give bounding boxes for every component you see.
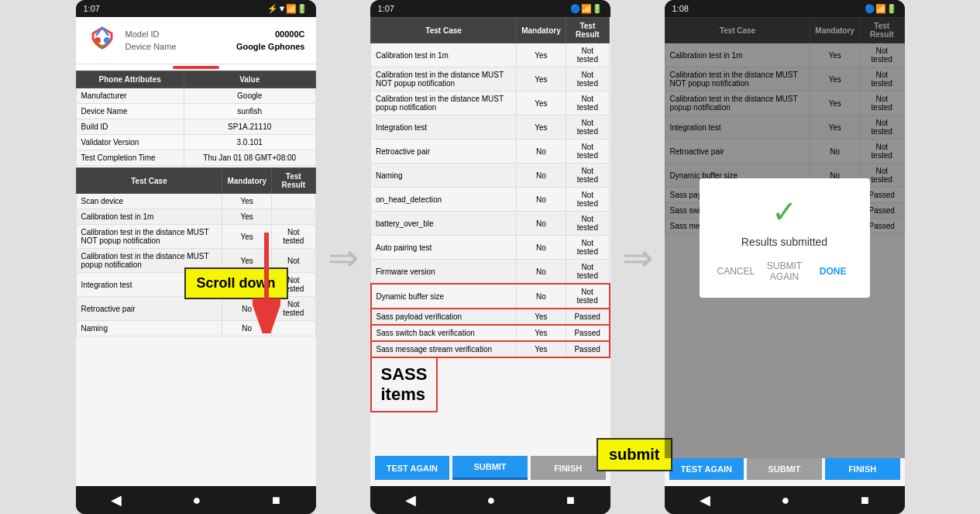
table-row: Scan deviceYes xyxy=(76,194,315,209)
model-id-value: 00000C xyxy=(275,29,305,39)
test-table-1: Test Case Mandatory Test Result Scan dev… xyxy=(76,167,316,336)
table-row: ManufacturerGoogle xyxy=(76,88,315,104)
square-button-2[interactable]: ■ xyxy=(566,492,575,509)
sass-row-3: Sass message stream verificationYesPasse… xyxy=(371,341,610,357)
home-button-2[interactable]: ● xyxy=(487,492,496,509)
status-icons-1: ⚡▼📶🔋 xyxy=(267,4,308,14)
device-name-label: Device Name xyxy=(126,42,177,51)
submit-button-2[interactable]: SUBMIT xyxy=(452,456,528,480)
dialog-buttons: CANCEL SUBMIT AGAIN DONE xyxy=(715,260,854,282)
phone-1: 1:07 ⚡▼📶🔋 Model ID 00000C xyxy=(76,0,316,514)
table-row: NamingNoNot tested xyxy=(371,164,610,188)
phone-content-3: Test Case Mandatory Test Result Calibrat… xyxy=(665,17,905,486)
table-row: Calibration test in the distance MUST po… xyxy=(371,91,610,116)
status-bar-3: 1:08 🔵📶🔋 xyxy=(665,0,905,17)
arrow-icon-2: ⇒ xyxy=(622,236,653,279)
arrow-1: ⇒ xyxy=(316,0,370,514)
back-button-2[interactable]: ◀ xyxy=(405,492,416,509)
table-row: Calibration test in 1mYesNot tested xyxy=(371,43,610,67)
test-again-button-3[interactable]: TEST AGAIN xyxy=(669,458,744,480)
time-3: 1:08 xyxy=(672,4,689,13)
svg-point-1 xyxy=(104,37,110,43)
test-again-button-2[interactable]: TEST AGAIN xyxy=(375,456,450,480)
status-bar-1: 1:07 ⚡▼📶🔋 xyxy=(76,0,316,17)
signal-icon-1: ⚡▼📶🔋 xyxy=(267,4,308,14)
model-id-label: Model ID xyxy=(126,29,160,39)
table-row: NamingNo xyxy=(76,321,315,336)
table-row: Validator Version3.0.101 xyxy=(76,135,315,150)
table-row: Retroactive pairNoNot tested xyxy=(371,140,610,164)
check-icon: ✓ xyxy=(715,194,854,229)
bottom-nav-1: ◀ ● ■ xyxy=(76,486,316,514)
sass-row-2: Sass switch back verificationYesPassed xyxy=(371,325,610,341)
test2-col-2: Mandatory xyxy=(517,18,566,43)
home-button-1[interactable]: ● xyxy=(193,492,201,509)
table-row: Calibration test in the distance MUST NO… xyxy=(76,225,315,249)
table-row: Calibration test in the distance MUST po… xyxy=(76,249,315,273)
table-row: Calibration test in the distance MUST NO… xyxy=(371,67,610,91)
signal-icon-2: 🔵📶🔋 xyxy=(570,4,603,14)
table-row: Retroactive pairNoNot tested xyxy=(76,297,315,321)
device-logo-icon xyxy=(87,25,118,56)
svg-point-0 xyxy=(95,37,101,43)
status-icons-2: 🔵📶🔋 xyxy=(570,4,603,14)
phone-content-1: Model ID 00000C Device Name Google Gphon… xyxy=(76,17,316,486)
dialog-title: Results submitted xyxy=(715,236,854,248)
phone-2: 1:07 🔵📶🔋 Test Case Mandatory Test Result… xyxy=(370,0,610,514)
table-row: battery_over_bleNoNot tested xyxy=(371,212,610,236)
table-row: Calibration test in 1mYes xyxy=(76,209,315,225)
action-buttons-2: TEST AGAIN SUBMIT FINISH xyxy=(370,450,610,486)
home-button-3[interactable]: ● xyxy=(782,492,790,509)
dialog-overlay: ✓ Results submitted CANCEL SUBMIT AGAIN … xyxy=(665,17,905,458)
attr-col-header-1: Phone Attributes xyxy=(76,71,184,88)
table-row: Build IDSP1A.21110 xyxy=(76,119,315,135)
device-name-value: Google Gphones xyxy=(236,42,305,51)
back-button-3[interactable]: ◀ xyxy=(700,492,710,509)
status-bar-2: 1:07 🔵📶🔋 xyxy=(370,0,610,17)
phone-frame-2: 1:07 🔵📶🔋 Test Case Mandatory Test Result… xyxy=(370,0,610,514)
scroll-bar-1 xyxy=(173,66,219,69)
table-row: Integration testYesNot tested xyxy=(76,273,315,297)
test-table-2: Test Case Mandatory Test Result Calibrat… xyxy=(370,17,610,358)
phone-frame-1: 1:07 ⚡▼📶🔋 Model ID 00000C xyxy=(76,0,316,514)
square-button-3[interactable]: ■ xyxy=(861,492,869,509)
test-col-2: Mandatory xyxy=(222,168,272,194)
phone-frame-3: 1:08 🔵📶🔋 Test Case Mandatory Test Result… xyxy=(665,0,905,514)
table-row: Firmware versionNoNot tested xyxy=(371,260,610,285)
table-row: Device Namesunfish xyxy=(76,104,315,119)
test2-col-1: Test Case xyxy=(371,18,517,43)
dialog-done-button[interactable]: DONE xyxy=(812,260,854,282)
table-row: on_head_detectionNoNot tested xyxy=(371,188,610,212)
finish-button-2[interactable]: FINISH xyxy=(531,456,606,480)
square-button-1[interactable]: ■ xyxy=(272,492,280,509)
arrow-icon-1: ⇒ xyxy=(328,236,359,279)
table-row: Auto pairing testNoNot tested xyxy=(371,236,610,260)
results-dialog: ✓ Results submitted CANCEL SUBMIT AGAIN … xyxy=(700,178,870,298)
table-row: Dynamic buffer sizeNoNot tested xyxy=(371,284,610,309)
finish-button-3[interactable]: FINISH xyxy=(825,458,900,480)
device-info-1: Model ID 00000C Device Name Google Gphon… xyxy=(126,29,305,51)
test-col-3: Test Result xyxy=(272,168,316,194)
signal-icon-3: 🔵📶🔋 xyxy=(865,4,897,14)
table-row: Test Completion TimeThu Jan 01 08 GMT+08… xyxy=(76,150,315,166)
test-col-1: Test Case xyxy=(76,168,222,194)
device-card-1: Model ID 00000C Device Name Google Gphon… xyxy=(76,17,316,64)
sass-row-1: Sass payload verificationYesPassed xyxy=(371,309,610,325)
attr-col-header-2: Value xyxy=(184,71,315,88)
status-icons-3: 🔵📶🔋 xyxy=(865,4,897,14)
phone-content-2: Test Case Mandatory Test Result Calibrat… xyxy=(370,17,610,486)
table-row: Integration testYesNot tested xyxy=(371,116,610,140)
phone-3: 1:08 🔵📶🔋 Test Case Mandatory Test Result… xyxy=(665,0,905,514)
submit-button-3[interactable]: SUBMIT xyxy=(747,458,822,480)
back-button-1[interactable]: ◀ xyxy=(111,492,122,509)
test2-col-3: Test Result xyxy=(566,18,609,43)
dialog-submit-again-button[interactable]: SUBMIT AGAIN xyxy=(763,260,806,282)
time-2: 1:07 xyxy=(378,4,394,13)
bottom-nav-2: ◀ ● ■ xyxy=(370,486,610,514)
dialog-cancel-button[interactable]: CANCEL xyxy=(715,260,758,282)
time-1: 1:07 xyxy=(84,4,100,13)
scroll-indicator-1 xyxy=(76,64,316,71)
arrow-2: ⇒ xyxy=(610,0,665,514)
attr-table-1: Phone Attributes Value ManufacturerGoogl… xyxy=(76,71,316,166)
bottom-nav-3: ◀ ● ■ xyxy=(665,486,905,514)
